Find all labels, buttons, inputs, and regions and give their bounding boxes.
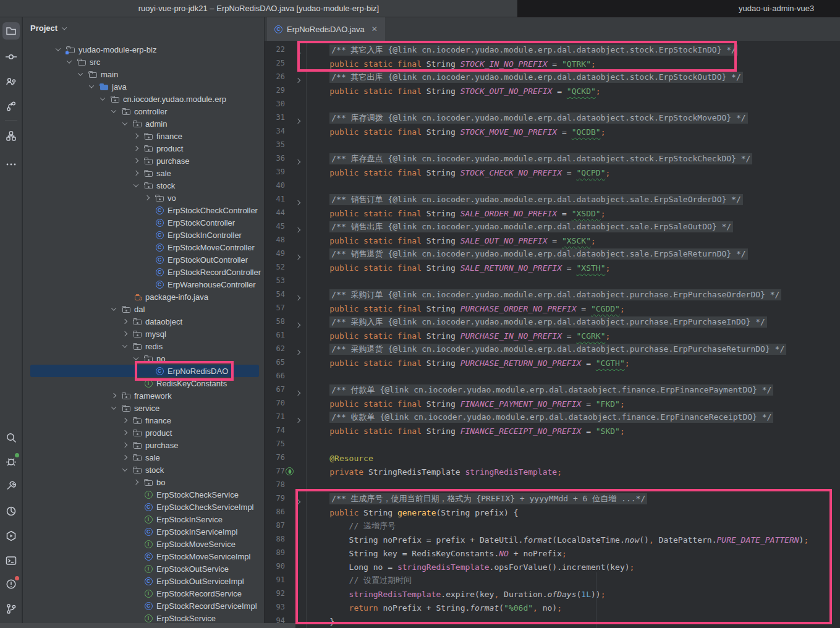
fold-arrow-icon[interactable] (296, 496, 300, 506)
tree-item-sale[interactable]: sale (23, 167, 265, 179)
chevron-right-icon[interactable] (132, 156, 140, 165)
code-line-44[interactable]: 44public static final String SALE_ORDER_… (265, 206, 840, 220)
tree-item-finance[interactable]: finance (23, 130, 265, 142)
gutter-line-34[interactable]: 34 (265, 125, 307, 138)
line-number[interactable]: 87 (276, 521, 285, 530)
tree-item-rediskeyconstants[interactable]: IRedisKeyConstants (23, 377, 265, 389)
line-number[interactable]: 62 (276, 344, 285, 353)
chevron-down-icon[interactable] (109, 107, 118, 116)
tree-item-no[interactable]: no (23, 352, 265, 365)
commit-icon[interactable] (2, 48, 20, 66)
background-window-titlebar[interactable]: yudao-ui-admin-vue3 (517, 0, 840, 17)
code-line-71[interactable]: 71/** 收款单 {@link cn.iocoder.yudao.module… (265, 410, 840, 424)
line-number[interactable]: 36 (276, 154, 285, 163)
code-line-57[interactable]: 57public static final String PURCHASE_OR… (265, 302, 840, 315)
gutter-line-54[interactable]: 54 (265, 288, 307, 302)
git-icon[interactable] (2, 600, 20, 617)
gutter-line-35[interactable]: 35 (265, 138, 307, 152)
tree-item-redis[interactable]: redis (23, 340, 265, 352)
fold-arrow-icon[interactable] (296, 388, 300, 397)
fold-arrow-icon[interactable] (296, 156, 300, 166)
chevron-right-icon[interactable] (132, 132, 140, 140)
chevron-right-icon[interactable] (132, 169, 140, 177)
line-number[interactable]: 75 (276, 439, 285, 448)
code-line-79[interactable]: 79/** 生成序号，使用当前日期，格式为 {PREFIX} + yyyyMMd… (265, 492, 840, 506)
code-line-74[interactable]: 74public static final String FINANCE_REC… (265, 424, 840, 438)
code-line-94[interactable]: 94} (265, 614, 840, 628)
gutter-line-49[interactable]: 49 (265, 247, 307, 261)
line-number[interactable]: 29 (276, 86, 285, 95)
chevron-down-icon[interactable] (98, 95, 107, 103)
code-line-39[interactable]: 39public static final String STOCK_CHECK… (265, 166, 840, 179)
code-line-45[interactable]: 45/** 销售出库 {@link cn.iocoder.yudao.modul… (265, 220, 840, 234)
code-line-53[interactable]: 53 (265, 274, 840, 288)
gutter-line-22[interactable]: 22 (265, 43, 307, 57)
editor-tab-erpnoredisdao[interactable]: C ErpNoRedisDAO.java ✕ (267, 17, 385, 41)
chevron-down-icon[interactable] (76, 70, 85, 78)
code-line-66[interactable]: 66 (265, 370, 840, 383)
gutter-line-87[interactable]: 87 (265, 519, 307, 533)
code-line-49[interactable]: 49/** 销售退货 {@link cn.iocoder.yudao.modul… (265, 247, 840, 261)
code-line-29[interactable]: 29public static final String STOCK_OUT_N… (265, 84, 840, 98)
gutter-line-70[interactable]: 70 (265, 397, 307, 410)
gutter-line-86[interactable]: 86 (265, 506, 307, 519)
tree-item-mysql[interactable]: mysql (23, 328, 265, 340)
folded-comment[interactable]: /** 采购订单 {@link cn.iocoder.yudao.module.… (329, 289, 781, 300)
code-line-25[interactable]: 25public static final String STOCK_IN_NO… (265, 57, 840, 70)
line-number[interactable]: 74 (276, 426, 285, 435)
chevron-down-icon[interactable] (109, 404, 118, 412)
terminal-icon[interactable] (2, 552, 20, 569)
folded-comment[interactable]: /** 采购退货 {@link cn.iocoder.yudao.module.… (329, 344, 786, 355)
folded-comment[interactable]: /** 销售退货 {@link cn.iocoder.yudao.module.… (329, 248, 747, 260)
project-panel-header[interactable]: Project (30, 23, 66, 33)
tree-item-main[interactable]: main (23, 68, 265, 80)
code-line-77[interactable]: 77private StringRedisTemplate stringRedi… (265, 465, 840, 478)
gutter-line-79[interactable]: 79 (265, 492, 307, 506)
code-line-31[interactable]: 31/** 库存调拨 {@link cn.iocoder.yudao.modul… (265, 111, 840, 125)
gutter-line-45[interactable]: 45 (265, 220, 307, 234)
code-line-88[interactable]: 88String noPrefix = prefix + DateUtil.fo… (265, 533, 840, 546)
tree-item-erpstockmovecontroller[interactable]: CErpStockMoveController (23, 241, 265, 253)
chevron-right-icon[interactable] (121, 428, 129, 437)
code-line-70[interactable]: 70public static final String FINANCE_PAY… (265, 397, 840, 410)
tree-item-erpstockcheckserviceimpl[interactable]: CErpStockCheckServiceImpl (23, 501, 265, 513)
tree-item-product[interactable]: product (23, 142, 265, 155)
code-line-86[interactable]: 86public String generate(String prefix) … (265, 506, 840, 519)
code-line-65[interactable]: 65public static final String PURCHASE_RE… (265, 356, 840, 370)
line-number[interactable]: 30 (276, 100, 285, 108)
code-line-26[interactable]: 26/** 其它出库 {@link cn.iocoder.yudao.modul… (265, 70, 840, 84)
code-line-22[interactable]: 22/** 其它入库 {@link cn.iocoder.yudao.modul… (265, 43, 840, 57)
line-number[interactable]: 89 (276, 548, 285, 557)
tree-item-erpstockmoveservice[interactable]: IErpStockMoveService (23, 538, 265, 550)
tree-item-erpstockoutcontroller[interactable]: CErpStockOutController (23, 253, 265, 266)
gutter-line-39[interactable]: 39 (265, 166, 307, 179)
line-number[interactable]: 45 (276, 222, 285, 231)
services-icon[interactable] (2, 527, 20, 545)
fold-arrow-icon[interactable] (296, 116, 300, 125)
project-folder-icon[interactable] (2, 22, 20, 40)
tree-item-src[interactable]: src (23, 56, 265, 68)
gutter-line-74[interactable]: 74 (265, 424, 307, 438)
code-line-48[interactable]: 48public static final String SALE_OUT_NO… (265, 234, 840, 247)
code-line-62[interactable]: 62/** 采购退货 {@link cn.iocoder.yudao.modul… (265, 342, 840, 356)
code-viewport[interactable]: 22/** 其它入库 {@link cn.iocoder.yudao.modul… (265, 41, 840, 628)
fold-arrow-icon[interactable] (296, 224, 300, 234)
folded-comment[interactable]: /** 销售出库 {@link cn.iocoder.yudao.module.… (329, 221, 733, 232)
code-line-35[interactable]: 35 (265, 138, 840, 152)
tree-item-vo[interactable]: vo (23, 192, 265, 204)
fold-arrow-icon[interactable] (296, 292, 300, 302)
code-line-30[interactable]: 30 (265, 98, 840, 111)
folded-comment[interactable]: /** 付款单 {@link cn.iocoder.yudao.module.e… (329, 384, 773, 396)
gutter-line-44[interactable]: 44 (265, 206, 307, 220)
tree-item-dal[interactable]: dal (23, 303, 265, 315)
fold-arrow-icon[interactable] (296, 252, 300, 261)
chevron-down-icon[interactable] (109, 305, 118, 313)
tree-item-erpstockmoveserviceimpl[interactable]: CErpStockMoveServiceImpl (23, 550, 265, 562)
gutter-line-88[interactable]: 88 (265, 533, 307, 546)
chevron-down-icon[interactable] (54, 45, 62, 54)
code-line-58[interactable]: 58/** 采购入库 {@link cn.iocoder.yudao.modul… (265, 315, 840, 329)
tree-item-product[interactable]: product (23, 426, 265, 439)
folded-comment[interactable]: /** 采购入库 {@link cn.iocoder.yudao.module.… (329, 316, 767, 328)
chevron-down-icon[interactable] (121, 342, 129, 350)
line-number[interactable]: 25 (276, 59, 285, 67)
